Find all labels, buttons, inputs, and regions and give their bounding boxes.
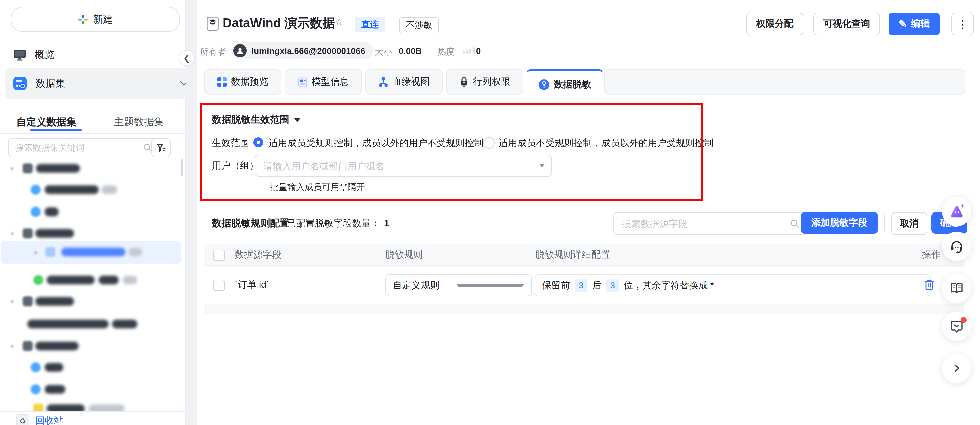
tree-item[interactable] [0,203,181,221]
search-icon [143,144,152,152]
open-book-icon [949,281,964,295]
dropdown-caret-icon [539,164,545,168]
tree-item[interactable] [0,381,181,398]
support-button[interactable] [942,232,971,261]
tree-item[interactable]: ▾ [0,337,181,355]
tree-item[interactable] [0,272,181,289]
masking-scope-title[interactable]: 数据脱敏生效范围 [212,113,301,126]
table-footer-strip [204,304,964,314]
configured-count-value: 1 [384,217,389,228]
tab-label: 行列权限 [473,76,510,88]
radio-selected[interactable] [253,137,263,147]
visual-query-button[interactable]: 可视化查询 [813,13,880,35]
cancel-button[interactable]: 取消 [891,212,928,235]
tab-theme-dataset[interactable]: 主题数据集 [93,112,185,133]
page-title: DataWind 演示数据 [223,15,335,32]
trash-icon [924,279,935,290]
heat-bars-icon [463,47,475,54]
radio-unselected-label[interactable]: 适用成员不受规则控制，成员以外的用户受规则控制 [499,137,713,149]
user-group-input[interactable] [262,160,539,172]
edit-button[interactable]: ✎ 编辑 [889,13,940,35]
tab-model-info[interactable]: 模型信息 [285,69,362,95]
divider [884,215,885,231]
dataset-icon [13,77,27,90]
tab-data-preview[interactable]: 数据预览 [204,69,282,95]
ai-assistant-button[interactable] [942,197,971,226]
tab-row-col-permission[interactable]: 行列权限 [446,69,523,95]
configured-count: 已配置脱敏字段数量：1 [287,217,389,230]
select-all-checkbox[interactable] [213,249,225,261]
front-digits-chip[interactable]: 3 [575,278,587,292]
tab-label: 数据预览 [231,76,268,88]
field-search-input[interactable] [620,217,786,230]
tree-item[interactable]: ▾ [0,160,181,177]
rule-select[interactable]: 自定义规则 [385,274,532,296]
rule-detail-config[interactable]: 保留前 3 后 3 位，其余字符替换成 * [535,274,931,296]
messages-button[interactable] [942,312,971,341]
row-checkbox[interactable] [213,280,225,291]
radio-unselected[interactable] [483,137,495,149]
owner-pill[interactable]: lumingxia.666@2000001066 [231,42,373,59]
sidebar: 新建 概览 数据集 [0,0,186,425]
col-header-detail: 脱敏规则详细配置 [535,244,610,265]
tab-lineage-view[interactable]: 血缘视图 [365,69,443,95]
tree-item[interactable] [0,359,181,376]
field-name: `订单 id` [235,265,269,304]
rule-select-value: 自定义规则 [393,279,456,291]
search-icon [790,219,799,228]
collapse-triangle-icon [294,118,301,122]
add-masking-field-button[interactable]: 添加脱敏字段 [801,212,878,233]
connection-type-badge: 直连 [355,18,385,32]
grid-icon [217,77,226,87]
field-search[interactable] [613,212,807,235]
expand-panel-button[interactable] [942,354,971,383]
masking-rules-table: 数据源字段 脱敏规则 脱敏规则详细配置 操作 `订单 id` 自定义规则 保留前… [204,244,964,314]
back-digits-chip[interactable]: 3 [606,278,619,292]
key-icon [538,79,549,90]
sidebar-item-label: 概览 [35,48,55,61]
detail-prefix: 保留前 [542,279,570,291]
dataset-search-input[interactable] [14,142,139,153]
tree-item[interactable]: ▾ [0,293,181,310]
detail-mid: 后 [592,279,601,291]
document-icon [298,77,307,87]
sidebar-scrollbar[interactable] [181,159,183,176]
recycle-bin-item[interactable]: ♻ 回收站 [16,414,63,425]
app-root: 新建 概览 数据集 [0,0,980,425]
tree-item-selected[interactable]: ▸ [2,241,181,264]
user-group-select[interactable] [255,155,552,177]
sidebar-item-label: 数据集 [35,77,65,90]
recycle-icon: ♻ [16,414,29,425]
radio-selected-label[interactable]: 适用成员受规则控制，成员以外的用户不受规则控制 [269,137,483,149]
owner-name: lumingxia.666@2000001066 [251,46,365,56]
sensitivity-badge: 不涉敏 [399,18,439,34]
new-button[interactable]: 新建 [11,7,180,32]
tabbar-filler [604,69,965,95]
filter-button[interactable] [151,138,171,157]
dataset-search[interactable] [8,138,158,157]
sidebar-item-dataset[interactable]: 数据集 [5,68,196,99]
tree-item[interactable] [0,182,181,199]
scope-label: 生效范围 [212,137,249,149]
favorite-star-icon[interactable]: ☆ [335,16,344,28]
tree-item[interactable] [0,316,181,333]
collapse-sidebar-button[interactable]: ❮ [179,50,195,66]
delete-row-button[interactable] [924,279,935,292]
rules-config-title: 数据脱敏规则配置 [212,217,290,230]
sidebar-item-overview[interactable]: 概览 [5,42,196,68]
ai-mountain-icon [948,203,965,219]
edit-button-label: 编辑 [911,18,930,30]
more-actions-button[interactable]: ⋮ [951,13,974,35]
col-header-action: 操作 [922,244,941,265]
size-label: 大小 [375,46,392,58]
docs-button[interactable] [942,273,971,303]
tab-data-masking[interactable]: 数据脱敏 [527,69,603,98]
dataset-tabs: 自定义数据集 主题数据集 [0,112,185,133]
col-header-field: 数据源字段 [235,244,282,265]
permission-assign-button[interactable]: 权限分配 [746,13,803,35]
tree-item[interactable]: ▾ [0,225,181,242]
tab-label: 数据脱敏 [554,79,591,91]
tab-label: 血缘视图 [392,76,430,88]
table-header: 数据源字段 脱敏规则 脱敏规则详细配置 操作 [204,244,964,265]
monitor-icon [13,49,26,61]
